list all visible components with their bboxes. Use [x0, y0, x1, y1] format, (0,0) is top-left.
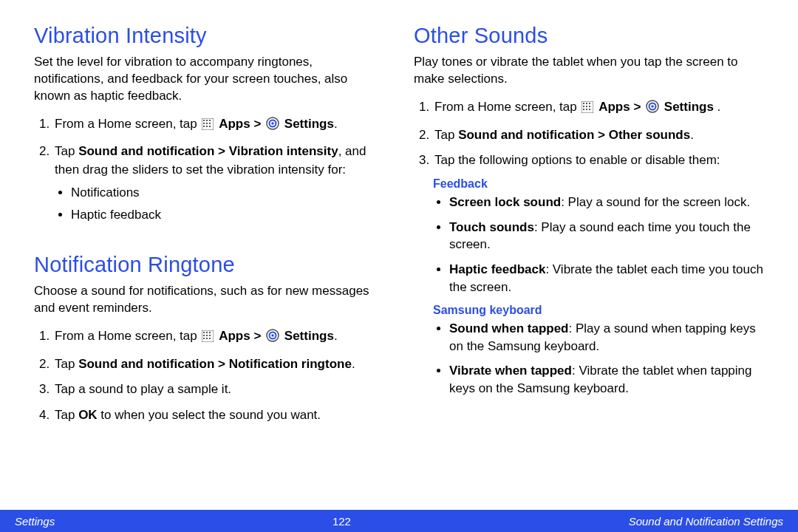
- step-item: Tap the following options to enable or d…: [433, 151, 764, 170]
- svg-point-38: [651, 105, 654, 108]
- step-item: From a Home screen, tap Apps > Settings.: [53, 327, 384, 348]
- svg-rect-32: [589, 106, 590, 107]
- svg-rect-14: [203, 332, 205, 333]
- bullet-item: Haptic feedback: Vibrate the tablet each…: [449, 261, 764, 296]
- settings-gear-icon: [266, 117, 279, 136]
- svg-rect-2: [206, 120, 208, 121]
- svg-rect-30: [583, 106, 584, 107]
- step-text-2: to when you select the sound you want.: [98, 408, 321, 422]
- step-item: Tap a sound to play a sample it.: [53, 381, 384, 399]
- step-item: From a Home screen, tap Apps > Settings.: [53, 115, 384, 136]
- heading-other-sounds: Other Sounds: [414, 24, 764, 48]
- svg-rect-8: [206, 126, 208, 127]
- svg-rect-33: [583, 109, 584, 110]
- svg-rect-15: [206, 332, 208, 333]
- step-item: Tap Sound and notification > Other sound…: [433, 126, 764, 145]
- bullet-bold: Haptic feedback: [449, 262, 545, 276]
- step-bold: OK: [78, 408, 98, 422]
- step-text: Tap: [55, 144, 78, 158]
- step-bold: Sound and notification > Vibration inten…: [78, 144, 338, 158]
- bullet-bold: Screen lock sound: [449, 195, 561, 209]
- apps-label: Apps >: [219, 117, 265, 131]
- step-text: Tap: [434, 128, 458, 142]
- step-text: From a Home screen, tap: [55, 117, 200, 131]
- svg-rect-4: [203, 123, 205, 124]
- svg-rect-6: [209, 123, 211, 124]
- bullet-bold: Vibrate when tapped: [449, 364, 572, 378]
- apps-label: Apps >: [598, 100, 644, 114]
- step-text: From a Home screen, tap: [55, 329, 200, 343]
- bullet-item: Sound when tapped: Play a sound when tap…: [449, 320, 764, 355]
- bullet-item: Notifications: [71, 184, 384, 202]
- footer-right: Sound and Notification Settings: [629, 515, 783, 528]
- apps-grid-icon: [202, 330, 214, 348]
- svg-rect-7: [203, 126, 205, 127]
- svg-rect-21: [206, 338, 208, 339]
- apps-label: Apps >: [219, 329, 265, 343]
- manual-page: Vibration Intensity Set the level for vi…: [0, 0, 798, 532]
- footer-left: Settings: [15, 515, 55, 528]
- svg-rect-5: [206, 123, 208, 124]
- bullet-list: Notifications Haptic feedback: [55, 184, 384, 224]
- svg-point-25: [271, 334, 274, 337]
- bullet-rest: : Play a sound for the screen lock.: [561, 195, 750, 209]
- step-text: Tap: [55, 408, 78, 422]
- intro-other-sounds: Play tones or vibrate the tablet when yo…: [414, 54, 764, 88]
- step-item: Tap Sound and notification > Vibration i…: [53, 143, 384, 223]
- steps-ringtone: From a Home screen, tap Apps > Settings.…: [34, 327, 384, 425]
- svg-rect-1: [203, 120, 205, 121]
- bullet-bold: Touch sounds: [449, 220, 534, 234]
- settings-label: Settings: [284, 117, 334, 131]
- settings-gear-icon: [266, 329, 279, 348]
- page-number: 122: [332, 515, 351, 528]
- svg-rect-17: [203, 335, 205, 336]
- heading-vibration-intensity: Vibration Intensity: [34, 24, 384, 48]
- svg-rect-16: [209, 332, 211, 333]
- step-end: .: [334, 329, 338, 343]
- step-bold: Sound and notification > Notification ri…: [78, 357, 352, 371]
- svg-rect-35: [589, 109, 590, 110]
- svg-rect-28: [586, 103, 587, 104]
- step-item: From a Home screen, tap Apps > Settings …: [433, 98, 764, 119]
- bullet-item: Screen lock sound: Play a sound for the …: [449, 194, 764, 211]
- step-text: From a Home screen, tap: [434, 100, 580, 114]
- svg-rect-22: [209, 338, 211, 339]
- bullet-item: Touch sounds: Play a sound each time you…: [449, 219, 764, 254]
- svg-rect-20: [203, 338, 205, 339]
- bullet-item: Haptic feedback: [71, 206, 384, 224]
- svg-rect-9: [209, 126, 211, 127]
- apps-grid-icon: [202, 117, 214, 136]
- settings-label: Settings: [284, 329, 334, 343]
- apps-grid-icon: [582, 100, 593, 119]
- step-end: .: [717, 100, 721, 114]
- subheading-samsung-keyboard: Samsung keyboard: [414, 304, 764, 317]
- bullet-item: Vibrate when tapped: Vibrate the tablet …: [449, 362, 764, 398]
- svg-rect-31: [586, 106, 587, 107]
- bullet-bold: Sound when tapped: [449, 321, 569, 335]
- svg-rect-18: [206, 335, 208, 336]
- step-text: Tap: [55, 357, 78, 371]
- step-end: .: [352, 357, 355, 371]
- svg-rect-19: [209, 335, 211, 336]
- svg-rect-3: [209, 120, 211, 121]
- subheading-feedback: Feedback: [414, 177, 764, 191]
- intro-ringtone: Choose a sound for notifications, such a…: [34, 283, 384, 317]
- svg-point-12: [271, 122, 274, 125]
- heading-notification-ringtone: Notification Ringtone: [34, 253, 384, 277]
- steps-vibration: From a Home screen, tap Apps > Settings.…: [34, 115, 384, 224]
- svg-rect-29: [589, 103, 590, 104]
- steps-other-sounds: From a Home screen, tap Apps > Settings …: [414, 98, 764, 170]
- step-bold: Sound and notification > Other sounds: [458, 128, 690, 142]
- samsung-keyboard-list: Sound when tapped: Play a sound when tap…: [414, 320, 764, 398]
- feedback-list: Screen lock sound: Play a sound for the …: [414, 194, 764, 296]
- two-column-content: Vibration Intensity Set the level for vi…: [0, 0, 798, 432]
- step-item: Tap OK to when you select the sound you …: [53, 406, 384, 425]
- settings-gear-icon: [646, 100, 659, 119]
- intro-vibration: Set the level for vibration to accompany…: [34, 54, 384, 105]
- settings-label: Settings: [664, 100, 717, 114]
- right-column: Other Sounds Play tones or vibrate the t…: [414, 24, 764, 432]
- step-end: .: [334, 117, 338, 131]
- svg-rect-34: [586, 109, 587, 110]
- left-column: Vibration Intensity Set the level for vi…: [34, 24, 384, 432]
- page-footer: Settings 122 Sound and Notification Sett…: [0, 510, 798, 532]
